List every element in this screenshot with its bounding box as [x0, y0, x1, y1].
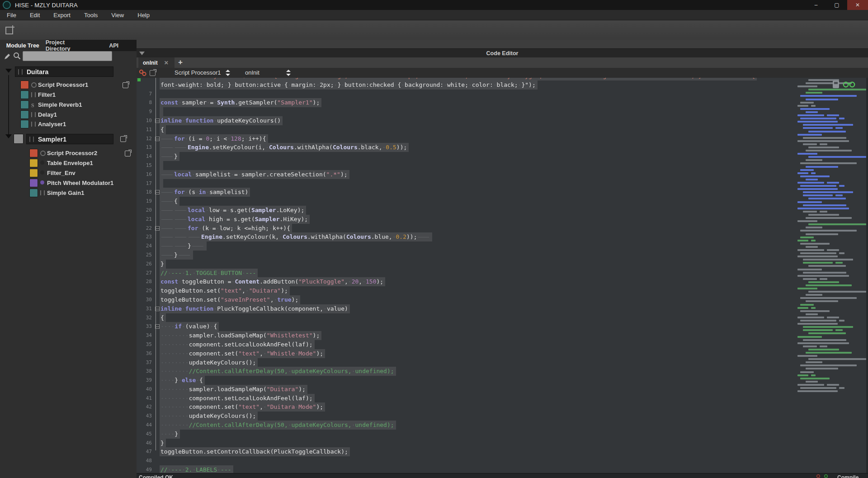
code-line[interactable]: 41········component.setLocalLookAndFeel(… [137, 394, 868, 403]
tree-item-filter1[interactable]: Filter1 [38, 91, 56, 98]
tree-item-filter_env[interactable]: Filter_Env [47, 170, 75, 176]
module-color-chip[interactable] [29, 189, 38, 197]
processor-combo[interactable]: Script Processor1 [175, 69, 221, 76]
save-file-icon[interactable] [833, 80, 839, 88]
new-file-icon[interactable] [5, 24, 16, 35]
code-line[interactable]: 33····if·(value)·{ [137, 322, 868, 331]
tree-item-analyser1[interactable]: Analyser1 [38, 121, 66, 128]
code-line[interactable]: 44········//Content.callAfterDelay(50,·u… [137, 421, 868, 430]
code-line[interactable]: 28const·toggleButton·=·Content.addButton… [137, 277, 868, 286]
module-color-chip[interactable] [14, 134, 24, 144]
code-line[interactable]: 29toggleButton.set("text",·"Duitara"); [137, 286, 868, 295]
goto-workspace-icon[interactable] [125, 151, 131, 156]
fold-marker-icon[interactable] [155, 137, 160, 141]
code-line[interactable]: 25} [137, 251, 868, 260]
preview-glasses-icon[interactable] [843, 81, 856, 88]
code-line[interactable]: 16local·samplelist·=·sampler.createSelec… [137, 170, 868, 179]
tree-item-pitch-wheel-modulator1[interactable]: Pitch Wheel Modulator1 [47, 180, 113, 186]
code-line[interactable]: 42········component.set("text",·"Duitara… [137, 402, 868, 412]
code-line[interactable]: 46} [137, 439, 868, 448]
code-line[interactable]: 20local·low·=·s.get(Sampler.LoKey); [137, 206, 868, 215]
tree-item-simple-gain1[interactable]: Simple Gain1 [47, 189, 84, 196]
code-line[interactable]: 31inline·function·PluckToggleCallback(co… [137, 304, 868, 313]
module-color-chip[interactable] [20, 110, 29, 119]
drag-grip-icon[interactable] [29, 137, 34, 142]
drag-grip-icon[interactable] [18, 69, 23, 75]
minimize-button[interactable]: – [806, 0, 826, 10]
code-line[interactable]: 15 [137, 161, 868, 170]
menu-edit[interactable]: Edit [23, 10, 47, 20]
tree-item-simple-reverb1[interactable]: Simple Reverb1 [38, 101, 82, 108]
tab-close-icon[interactable]: ✕ [164, 60, 169, 66]
tab-oninit[interactable]: onInit ✕ [138, 57, 175, 68]
close-button[interactable]: ✕ [847, 0, 868, 10]
callback-combo[interactable]: onInit [245, 69, 259, 76]
code-line[interactable]: 26} [137, 260, 868, 269]
module-color-chip[interactable] [29, 179, 38, 187]
code-line[interactable]: 12for·(i·=·0;·i·<·128;·i++){ [137, 134, 868, 143]
tree-item-script-processor2[interactable]: Script Processor2 [47, 150, 97, 156]
code-line[interactable]: 7 [137, 90, 868, 99]
code-minimap[interactable] [797, 79, 865, 471]
code-line[interactable]: 18for·(s·in·samplelist) [137, 188, 868, 197]
goto-workspace-icon[interactable] [123, 82, 128, 88]
code-line[interactable]: 47toggleButton.setControlCallback(PluckT… [137, 447, 868, 456]
code-line[interactable]: 35········component.setLocalLookAndFeel(… [137, 340, 868, 349]
code-line[interactable]: 9 [137, 107, 868, 116]
code-line[interactable]: 8const·sampler·=·Synth.getSampler("Sampl… [137, 98, 868, 107]
code-line[interactable]: font-weight:·bold;·}·button:active·{·mar… [137, 80, 868, 90]
code-line[interactable]: 30toggleButton.set("saveInPreset",·true)… [137, 295, 868, 304]
code-line[interactable]: 40········sampler.loadSampleMap("Duitara… [137, 385, 868, 394]
module-color-chip[interactable] [29, 159, 38, 167]
code-line[interactable]: 45····} [137, 430, 868, 439]
external-link-icon[interactable] [150, 70, 156, 76]
tree-item-script-processor1[interactable]: Script Processor1 [38, 81, 88, 88]
fold-marker-icon[interactable] [155, 190, 160, 194]
module-color-chip[interactable] [20, 120, 29, 128]
collapse-arrow-icon[interactable] [5, 134, 12, 138]
code-line[interactable]: 11{ [137, 125, 868, 134]
code-panel-header[interactable]: Code Editor [137, 48, 868, 58]
menu-tools[interactable]: Tools [77, 10, 104, 20]
code-editor-area[interactable]: laf.setInlineStyleSheet(·button·{·backgr… [137, 78, 868, 473]
code-line[interactable]: 37········updateKeyColours(); [137, 358, 868, 367]
editor-scrollbar[interactable] [866, 78, 868, 473]
fold-marker-icon[interactable] [155, 118, 160, 123]
code-line[interactable]: 13Engine.setKeyColour(i,·Colours.withAlp… [137, 143, 868, 152]
fold-marker-icon[interactable] [155, 226, 160, 231]
code-line[interactable]: 21local·high·=·s.get(Sampler.HiKey); [137, 215, 868, 224]
code-line[interactable]: 48 [137, 456, 868, 465]
module-color-chip[interactable] [29, 149, 38, 157]
goto-workspace-icon[interactable] [120, 136, 126, 142]
code-line[interactable]: 27//·---·1.·TOGGLE·BUTTON·--- [137, 269, 868, 278]
menu-view[interactable]: View [104, 10, 131, 20]
code-line[interactable]: 17 [137, 179, 868, 188]
code-line[interactable]: 36········component.set("text",·"Whistle… [137, 349, 868, 358]
tree-item-delay1[interactable]: Delay1 [38, 111, 57, 118]
fold-marker-icon[interactable] [155, 324, 160, 329]
code-line[interactable]: 38········//Content.callAfterDelay(50,·u… [137, 367, 868, 376]
menu-export[interactable]: Export [47, 10, 77, 20]
menu-file[interactable]: File [0, 10, 23, 20]
tree-header-sampler1[interactable]: Sampler1 [26, 134, 113, 144]
menu-help[interactable]: Help [131, 10, 156, 20]
fold-marker-icon[interactable] [155, 307, 160, 311]
code-line[interactable]: 19{ [137, 197, 868, 206]
code-line[interactable]: 39····}·else·{ [137, 376, 868, 385]
callback-combo-arrows-icon[interactable] [286, 69, 291, 76]
code-line[interactable]: 49//·---·2.·LABELS·--- [137, 465, 868, 473]
processor-combo-arrows-icon[interactable] [225, 69, 231, 76]
module-color-chip[interactable] [20, 100, 29, 109]
tree-item-table-envelope1[interactable]: Table Envelope1 [47, 160, 93, 166]
maximize-button[interactable]: ▢ [826, 0, 847, 10]
tab-add-button[interactable]: + [178, 58, 183, 67]
compile-button[interactable]: Compile [837, 474, 859, 478]
code-line[interactable]: 34········sampler.loadSampleMap("Whistle… [137, 331, 868, 340]
module-color-chip[interactable] [20, 80, 29, 89]
code-line[interactable]: 14} [137, 152, 868, 161]
code-line[interactable]: 22for·(k·=·low;·k·<=high;·k++){ [137, 224, 868, 233]
code-line[interactable]: 23Engine.setKeyColour(k,·Colours.withAlp… [137, 232, 868, 241]
link-chain-icon[interactable] [139, 69, 147, 76]
code-line[interactable]: 10inline·function·updateKeyColours() [137, 116, 868, 125]
code-line[interactable]: 32{ [137, 313, 868, 322]
